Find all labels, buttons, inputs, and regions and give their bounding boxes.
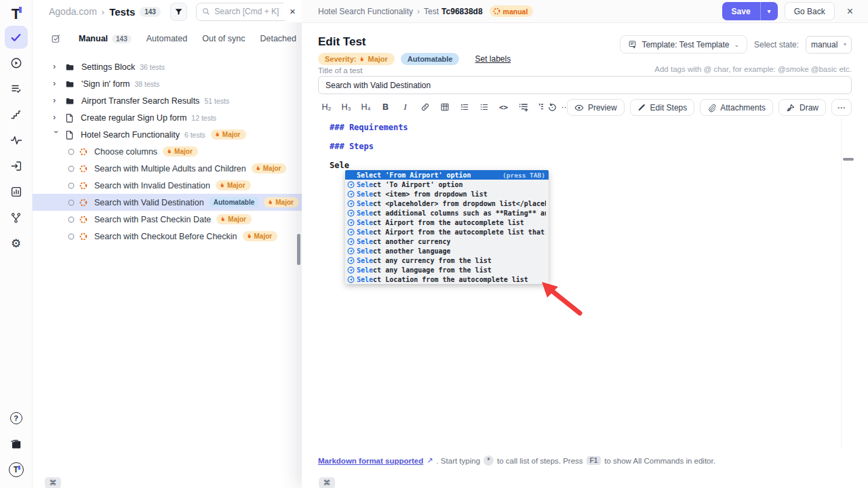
search-input[interactable] [214,7,289,16]
edit-steps-button[interactable]: Edit Steps [630,99,695,116]
heading4-button[interactable]: H₄ [357,99,374,115]
autocomplete-item[interactable]: Select additional columns such as **Rati… [345,208,549,218]
search-clear-button[interactable]: × [283,0,302,22]
severity-badge[interactable]: Severity: Major [318,53,395,65]
plans-list-check-icon[interactable] [5,77,28,100]
branch-icon[interactable] [5,206,28,229]
match-text: Sele [357,247,373,255]
account-avatar[interactable]: T [5,458,28,481]
go-back-button[interactable]: Go Back [785,2,835,20]
tests-filter-tab[interactable]: Manual 143 [79,34,132,43]
more-tools-button[interactable]: ··· [831,99,852,116]
autocomplete-item[interactable]: Select 'From Airport' option (press TAB) [345,170,549,180]
bold-button[interactable]: B [377,99,394,115]
analytics-icon[interactable] [5,180,28,203]
save-options-caret[interactable]: ▾ [760,2,778,20]
match-text: Sele [357,276,373,283]
autocomplete-item[interactable]: Select Airport from the autocomplete lis… [345,227,549,237]
tree-row[interactable]: › 'Sign in' form 38 tests [33,75,302,92]
autocomplete-item[interactable]: Select any language from the list [345,265,549,274]
test-title-input[interactable] [318,76,852,94]
chevron-right-icon[interactable]: › [53,78,60,88]
tree-item-label: Search with Valid Destination [94,198,204,207]
tests-check-icon[interactable] [5,26,28,49]
autocomplete-item[interactable]: Select Location from the autocomplete li… [345,274,549,284]
item-text: ct Location from the autocomplete list [373,276,528,283]
settings-gear-icon[interactable]: ⚙ [5,232,28,255]
autocomplete-item[interactable]: Select <placeholder> from dropdown list<… [345,199,549,208]
format-toolbar: H₂ H₃ H₄ B I <> ··· [318,99,571,115]
app-logo[interactable]: T [12,5,20,23]
link-icon[interactable] [416,99,433,115]
severity-badge: Major [252,163,287,174]
tree-row[interactable]: Search with Invalid Destination Major [33,177,302,194]
status-circle-icon[interactable] [68,182,75,189]
add-bullet-step-icon[interactable] [515,99,532,115]
bulk-edit-icon[interactable] [51,34,61,44]
chevron-right-icon[interactable]: › [52,131,62,138]
close-panel-icon[interactable]: × [842,5,859,18]
tree-row[interactable]: › Settings Block 36 tests [33,58,302,75]
tests-filter-tab[interactable]: Detached [260,34,296,43]
ordered-list-icon[interactable] [456,99,473,115]
attachments-button[interactable]: Attachments [700,99,773,116]
autocomplete-item[interactable]: Select another language [345,246,549,256]
automatable-badge[interactable]: Automatable [401,53,460,65]
save-button[interactable]: Save [722,2,760,20]
draw-button[interactable]: Draw [778,99,826,116]
flame-icon [219,182,225,189]
status-circle-icon[interactable] [68,199,75,206]
autocomplete-item[interactable]: Select Airport from the autocomplete lis… [345,218,549,227]
external-link-icon[interactable]: ↗ [427,456,433,465]
tree-row[interactable]: Search with Checkout Before Checkin Majo… [33,228,302,245]
manual-test-icon [79,165,87,173]
runs-play-icon[interactable] [5,52,28,75]
code-button[interactable]: <> [495,99,512,115]
autocomplete-item[interactable]: Select any currency from the list [345,256,549,265]
step-send-icon [347,276,355,283]
autocomplete-item[interactable]: Select <item> from dropdown list [345,189,549,199]
chevron-right-icon[interactable]: › [53,61,60,71]
markdown-help-link[interactable]: Markdown format supported [318,457,423,465]
pulse-icon[interactable] [5,129,28,152]
tree-scrollbar-thumb[interactable] [297,234,300,265]
tree-row[interactable]: Search with Multiple Adults and Children… [33,160,302,177]
status-circle-icon[interactable] [68,233,75,240]
preview-button[interactable]: Preview [567,99,625,116]
tests-filter-tab[interactable]: Out of sync [202,34,245,43]
editor-scrollbar-thumb[interactable] [843,158,854,161]
tree-row[interactable]: › Hotel Search Functionality 6 tests Maj… [33,126,302,143]
command-shortcut-badge: ⌘ [45,477,61,488]
heading3-button[interactable]: H₃ [338,99,355,115]
match-text: Sele [357,181,373,188]
tree-row[interactable]: › Airport Transfer Search Results 51 tes… [33,92,302,109]
italic-button[interactable]: I [397,99,414,115]
tree-row[interactable]: › Create regular Sign Up form 12 tests [33,109,302,126]
status-circle-icon[interactable] [68,148,75,155]
status-circle-icon[interactable] [68,216,75,223]
filter-button[interactable] [170,3,187,21]
projects-folder-icon[interactable] [5,432,28,455]
tree-row[interactable]: Search with Past Checkin Date Major [33,211,302,228]
tree-row[interactable]: Search with Valid Destination Automatabl… [33,194,302,211]
status-circle-icon[interactable] [68,165,75,172]
table-icon[interactable] [436,99,453,115]
state-select[interactable]: manual ▾ [806,36,852,54]
chevron-right-icon[interactable]: › [53,95,60,105]
bullet-list-icon[interactable] [475,99,492,115]
autocomplete-item[interactable]: Select 'To Airport' option [345,180,549,189]
help-icon[interactable]: ? [5,407,28,430]
chevron-right-icon[interactable]: › [53,112,60,122]
template-button[interactable]: Template: Test Template ⌄ [620,35,747,54]
history-icon[interactable] [543,99,561,116]
set-labels-link[interactable]: Set labels [475,54,511,64]
heading2-button[interactable]: H₂ [318,99,335,115]
breadcrumb-section: Tests [109,6,135,18]
autocomplete-item[interactable]: Select another currency [345,237,549,246]
import-icon[interactable] [5,155,28,178]
tests-filter-tab[interactable]: Automated [146,34,187,43]
breadcrumb-project[interactable]: Agoda.com [49,6,97,17]
tree-row[interactable]: Choose columns Major [33,143,302,160]
steps-icon[interactable] [5,103,28,126]
breadcrumb-parent[interactable]: Hotel Search Functionality [318,7,413,16]
